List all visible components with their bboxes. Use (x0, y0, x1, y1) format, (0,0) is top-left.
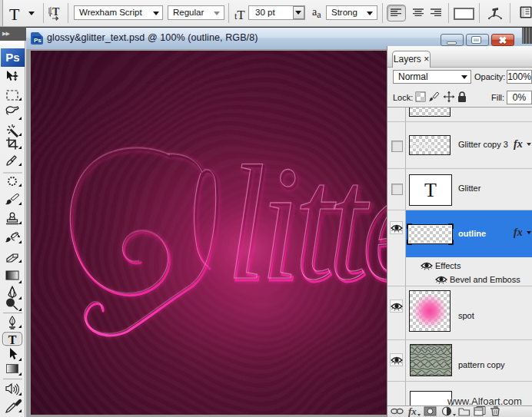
svg-text:T: T (52, 6, 60, 18)
svg-text:litte: litte (227, 131, 387, 314)
svg-text:T: T (8, 333, 17, 346)
svg-text:Ps: Ps (34, 37, 42, 44)
svg-text:fx: fx (408, 405, 417, 417)
